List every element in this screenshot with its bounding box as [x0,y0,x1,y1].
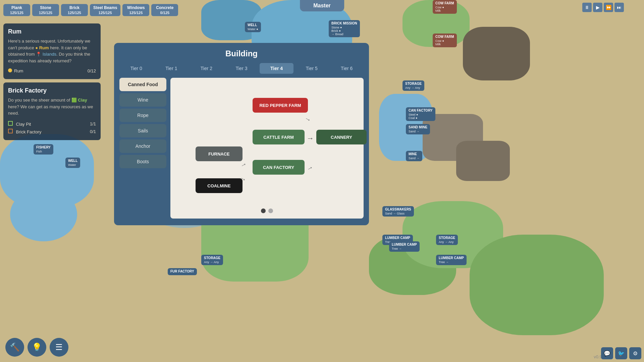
tier-tab-0[interactable]: Tier 0 [119,63,153,74]
diagram-area: RED PEPPER FARM → CATTLE FARM → CANNERY … [170,78,364,219]
cow-farm-node-2: COW FARM Cow ● Milk [433,34,457,47]
settings-button[interactable]: ⚙ [629,347,641,359]
storage-node: STORAGE Any → Any [402,80,424,91]
twitter-button[interactable]: 🐦 [615,347,627,359]
item-boots[interactable]: Boots [119,155,166,168]
can-factory-node: CAN FACTORY Steel ● Coal ● [406,107,435,121]
dialog-body: Canned Food Wine Rope Sails Anchor Boots… [114,78,369,219]
rum-count: 0/12 [88,68,96,73]
brick-factory-section: Brick Factory Do you see the sheer amoun… [3,82,101,140]
rum-resource-row: Rum 0/12 [8,67,96,74]
clay-highlight: 🟩 Clay [71,98,87,103]
rum-text: Here's a serious request. Unfortunately … [8,38,96,64]
menu-button[interactable]: ☰ [50,338,68,357]
mine-node: MINE Sand → [406,151,422,161]
node-can-factory: CAN FACTORY [253,160,305,175]
brick-factory-icon [8,129,13,133]
node-red-pepper-farm: RED PEPPER FARM [253,98,308,113]
dialog-title: Building [114,43,369,63]
arrow-cattle-to-cannery: → [307,134,314,143]
item-anchor[interactable]: Anchor [119,139,166,153]
resource-plank: Plank 125/125 [3,4,30,16]
rum-highlight: ● Rum [35,45,49,50]
tier-tabs: Tier 0 Tier 1 Tier 2 Tier 3 Tier 4 Tier … [114,63,369,74]
tier-tab-6[interactable]: Tier 6 [330,63,364,74]
fishery-node: FISHERY Fish [34,144,53,155]
glassmakers-node: GLASSMAKERS Sand → Glass [382,206,414,217]
well-node-2: WELL Water ● [245,22,261,32]
resource-windows: Windows 125/125 [122,4,149,16]
rum-title: Rum [8,28,96,35]
rum-label: Rum [8,68,23,73]
lightbulb-button[interactable]: 💡 [28,338,46,357]
bottom-toolbar: 🔨 💡 ☰ [5,338,68,357]
left-panel: Rum Here's a serious request. Unfortunat… [3,23,101,143]
node-coalmine: COALMINE [196,178,243,193]
pause-button[interactable]: ⏸ [582,3,592,12]
fur-factory-node: FUR FACTORY [168,268,197,275]
resource-concrete: Concrete 0/125 [151,4,178,16]
storage-node-2: STORAGE Any → Any [436,235,458,245]
clay-pit-count: 1/1 [90,121,96,126]
social-buttons: 💬 🐦 ⚙ [601,347,641,359]
item-list: Canned Food Wine Rope Sails Anchor Boots [119,78,166,219]
rum-dot [8,68,12,72]
node-furnace: FURNACE [196,146,243,161]
lumber-camp-node-3: LUMBER CAMP Tree → [436,255,467,265]
rum-section: Rum Here's a serious request. Unfortunat… [3,23,101,79]
arrow-canfactory-to-cannery: → [305,163,315,173]
page-dot-1[interactable] [261,208,266,213]
tier-tab-3[interactable]: Tier 3 [225,63,259,74]
tier-tab-2[interactable]: Tier 2 [190,63,223,74]
building-dialog: Building Tier 0 Tier 1 Tier 2 Tier 3 Tie… [114,43,369,225]
tier-tab-4[interactable]: Tier 4 [260,63,293,74]
brick-factory-title: Brick Factory [8,87,96,94]
fast-forward-button[interactable]: ⏩ [604,3,613,12]
arrow-rpf-to-cannery: → [303,114,313,124]
top-controls: ⏸ ▶ ⏩ ⏭ [582,3,624,12]
item-sails[interactable]: Sails [119,124,166,137]
pagination [261,208,273,213]
brick-factory-row: Brick Factory 0/1 [8,128,96,135]
play-button[interactable]: ▶ [593,3,602,12]
lumber-camp-node-2: LUMBER CAMP Tree → [389,241,420,252]
brick-mission-node: BRICK MISSION Stone ● Brick ● → Bread [329,20,360,37]
brick-factory-label: Brick Factory [8,129,41,134]
clay-pit-icon [8,121,13,126]
brick-factory-text: Do you see the sheer amount of 🟩 Clay he… [8,97,96,117]
node-cattle-farm: CATTLE FARM [253,130,305,144]
clay-pit-label: Clay Pit [8,121,31,127]
page-dot-2[interactable] [268,208,273,213]
resource-steel-beams: Steel Beams 125/125 [90,4,120,16]
tier-tab-1[interactable]: Tier 1 [155,63,189,74]
discord-button[interactable]: 💬 [601,347,613,359]
skip-button[interactable]: ⏭ [614,3,624,12]
resource-brick: Brick 125/125 [61,4,88,16]
storage-node-3: STORAGE Any → Any [201,255,223,265]
node-cannery: CANNERY [316,130,367,144]
item-rope[interactable]: Rope [119,109,166,122]
hammer-button[interactable]: 🔨 [5,338,24,357]
clay-pit-row: Clay Pit 1/1 [8,120,96,128]
well-node: WELL Water [65,158,80,168]
brick-factory-count: 0/1 [90,129,96,134]
tier-tab-5[interactable]: Tier 5 [295,63,329,74]
item-wine[interactable]: Wine [119,93,166,107]
island-highlight: 📍 Islands [36,52,56,57]
arrow-furnace-to-canfactory: → [239,160,249,170]
sand-mine-node: SAND MINE Sand → [406,124,430,134]
item-canned-food[interactable]: Canned Food [119,78,166,91]
master-button[interactable]: Master [300,0,344,11]
resource-stone: Stone 125/125 [32,4,59,16]
